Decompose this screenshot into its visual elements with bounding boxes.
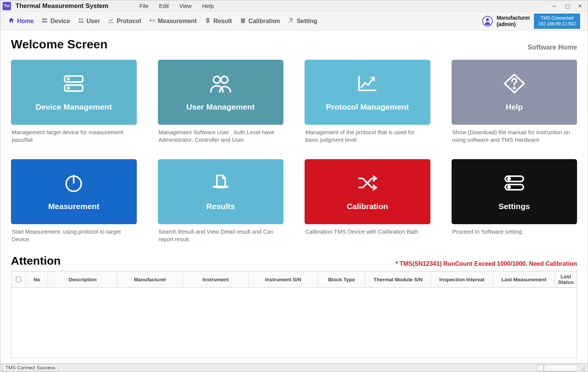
card-measurement-title: Measurement — [48, 202, 99, 211]
card-settings[interactable]: Settings — [452, 159, 577, 224]
svg-point-21 — [508, 178, 510, 180]
card-measurement[interactable]: Measurement — [11, 159, 137, 224]
chart-line-icon — [355, 73, 379, 94]
user-line2: (admin) — [497, 21, 530, 27]
col-instrument[interactable]: Instrument — [183, 271, 249, 287]
card-calibration-title: Calibration — [347, 202, 388, 211]
title-bar: Tm Thermal Measurement System File Edit … — [0, 0, 588, 12]
nav-user[interactable]: User — [77, 17, 100, 25]
nav-measurement-label: Measurement — [158, 18, 197, 25]
card-protocol-desc: Management of the protocol that is used … — [305, 129, 430, 144]
status-slot-1 — [537, 364, 544, 371]
card-user-desc: Management Software User . Auth Level ha… — [158, 129, 284, 144]
nav-protocol-label: Protocol — [117, 18, 141, 25]
card-results[interactable]: Results — [158, 159, 284, 224]
card-device-desc: Management target device for measurement… — [11, 129, 137, 144]
col-instrument-sn[interactable]: Instrument S/N — [249, 271, 318, 287]
server-icon — [41, 17, 48, 25]
svg-rect-1 — [42, 21, 48, 22]
nav-protocol[interactable]: Protocol — [108, 17, 141, 25]
users-icon — [77, 17, 84, 25]
connection-address: 192.168.99.11:502 — [538, 21, 576, 27]
col-block-type[interactable]: Block Type — [318, 271, 365, 287]
col-manufacturer[interactable]: Manufacturer — [118, 271, 183, 287]
card-device-management[interactable]: Device Management — [11, 60, 137, 125]
card-protocol-title: Protocol Management — [326, 102, 409, 112]
minimize-button[interactable]: ─ — [549, 2, 560, 10]
gauge-icon — [149, 17, 156, 25]
nav-calibration-label: Calibration — [249, 18, 280, 25]
svg-rect-0 — [42, 18, 48, 20]
card-user-management[interactable]: User Management — [158, 60, 284, 125]
app-icon: Tm — [3, 2, 11, 10]
nav-device[interactable]: Device — [41, 17, 70, 25]
page-title: Welcome Screen — [11, 37, 108, 51]
status-message: TMS Connect Success — [3, 364, 58, 371]
window-controls: ─ ▢ ✕ — [549, 2, 585, 10]
svg-point-11 — [68, 78, 69, 80]
table-header: No Description Manufacturer Instrument I… — [11, 271, 577, 288]
menu-bar: File Edit View Help — [134, 1, 219, 11]
card-measurement-desc: Start Measurement. using protocol to tar… — [11, 228, 137, 243]
col-thermal-module-sn[interactable]: Thermal Module S/N — [365, 271, 431, 287]
col-inspection-interval[interactable]: Inspection Interval — [431, 271, 493, 287]
user-name: Manufacturer (admin) — [497, 15, 530, 27]
nav-setting-label: Setting — [297, 18, 317, 25]
server-icon — [62, 73, 86, 94]
status-slot-2 — [544, 364, 578, 371]
svg-point-15 — [514, 88, 515, 89]
nav-home-label: Home — [17, 18, 34, 25]
card-help[interactable]: Help — [452, 60, 577, 125]
users-icon — [209, 73, 233, 94]
col-last-status[interactable]: Last Status — [555, 271, 577, 287]
col-no[interactable]: No — [26, 271, 48, 287]
nav-result[interactable]: Result — [204, 17, 232, 25]
card-settings-title: Settings — [498, 202, 530, 211]
svg-rect-7 — [241, 18, 245, 23]
toolbar: Home Device User Protocol Measurement Re… — [0, 12, 588, 31]
home-icon — [8, 17, 15, 25]
user-line1: Manufacturer — [497, 15, 530, 21]
svg-point-13 — [214, 76, 220, 83]
clipboard-icon — [240, 17, 246, 25]
card-calibration[interactable]: Calibration — [305, 159, 430, 224]
maximize-button[interactable]: ▢ — [562, 2, 573, 10]
avatar-icon — [482, 16, 493, 26]
col-last-measurement[interactable]: Last Measurement — [493, 271, 555, 287]
card-user-title: User Management — [186, 102, 255, 112]
col-checkbox — [11, 271, 26, 287]
col-description[interactable]: Description — [48, 271, 117, 287]
nav-device-label: Device — [50, 18, 70, 25]
attention-table: No Description Manufacturer Instrument I… — [11, 271, 577, 358]
select-all-checkbox[interactable] — [16, 277, 21, 282]
help-diamond-icon — [502, 73, 526, 94]
nav-setting[interactable]: Setting — [288, 17, 317, 25]
connection-badge: TMS Connected 192.168.99.11:502 — [534, 14, 580, 29]
card-results-title: Results — [206, 202, 235, 211]
attention-warning: * TMS(SN12341) RunCount Exceed 1000/1000… — [396, 260, 577, 267]
card-protocol-management[interactable]: Protocol Management — [305, 60, 430, 125]
nav-calibration[interactable]: Calibration — [240, 17, 280, 25]
card-calibration-desc: Calibration TMS Device with Calibration … — [305, 228, 430, 236]
card-help-title: Help — [506, 102, 523, 112]
menu-help[interactable]: Help — [197, 1, 219, 11]
document-scan-icon — [209, 172, 233, 194]
menu-file[interactable]: File — [134, 1, 154, 11]
power-icon — [62, 172, 86, 194]
card-settings-desc: Proceed to Software setting. — [452, 228, 577, 236]
svg-rect-4 — [150, 19, 152, 21]
close-button[interactable]: ✕ — [575, 2, 585, 10]
resize-grip-icon[interactable] — [579, 365, 585, 371]
shuffle-icon — [355, 172, 379, 194]
nav-home[interactable]: Home — [8, 17, 34, 25]
card-help-desc: Show (Download) the manual for instructi… — [452, 129, 577, 144]
svg-point-3 — [81, 18, 83, 20]
attention-heading: Attention — [11, 254, 61, 267]
app-title: Thermal Measurement System — [15, 2, 108, 10]
menu-view[interactable]: View — [174, 1, 197, 11]
software-home-label: Software Home — [528, 43, 577, 51]
menu-edit[interactable]: Edit — [154, 1, 174, 11]
nav-measurement[interactable]: Measurement — [149, 17, 197, 25]
svg-point-2 — [79, 18, 81, 20]
nav-user-label: User — [87, 18, 100, 25]
